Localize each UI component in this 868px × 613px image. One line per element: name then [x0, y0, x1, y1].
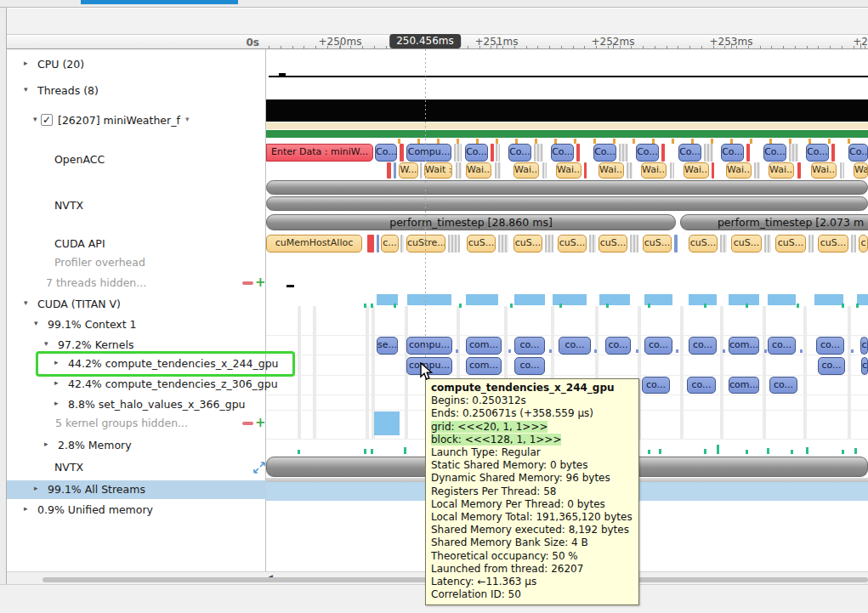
kernel-block[interactable]: co...: [644, 337, 672, 355]
sidebar-row[interactable]: ▾99.1% Context 1: [7, 315, 266, 334]
api-block[interactable]: cuStre...: [406, 235, 445, 253]
chevron-collapsed-icon[interactable]: ▸: [44, 440, 48, 448]
kernel-block[interactable]: co...: [768, 337, 796, 355]
api-block[interactable]: cuMemHostAlloc: [266, 235, 362, 253]
kernel-block[interactable]: Co...: [375, 144, 397, 162]
api-block[interactable]: cuS...: [558, 235, 587, 253]
chevron-expanded-icon[interactable]: ▾: [24, 85, 28, 94]
sidebar-row[interactable]: NVTX: [7, 458, 266, 477]
chevron-collapsed-icon[interactable]: ▸: [34, 484, 38, 492]
kernel-block[interactable]: co...: [514, 357, 545, 375]
kernel-block[interactable]: com...: [466, 337, 502, 355]
range-block[interactable]: Enter Data : miniW...: [266, 144, 373, 162]
expand-group-icon[interactable]: +: [255, 417, 266, 429]
nvtx-range-bar[interactable]: perform_timestep [2.073 m: [680, 214, 868, 230]
kernel-block[interactable]: co...: [687, 377, 716, 394]
chevron-expanded-icon[interactable]: ▾: [44, 339, 48, 348]
kernel-block[interactable]: co...: [689, 337, 717, 355]
kernel-block[interactable]: co...: [769, 377, 797, 394]
kernel-block[interactable]: co...: [816, 337, 844, 355]
kernel-block[interactable]: co...: [514, 337, 545, 355]
sidebar-row[interactable]: ▸42.4% compute_tendencies_z_306_gpu: [7, 375, 266, 394]
memory-transfer-block[interactable]: [374, 412, 400, 435]
api-block[interactable]: Wai...: [684, 162, 709, 179]
nvtx-range-bar[interactable]: [266, 196, 868, 211]
collapse-group-icon[interactable]: [242, 422, 253, 425]
api-block[interactable]: cuS...: [467, 235, 496, 253]
sidebar-row[interactable]: 7 threads hidden...+: [7, 274, 266, 292]
chevron-collapsed-icon[interactable]: ▸: [24, 59, 28, 67]
sidebar-row[interactable]: CUDA API: [7, 235, 266, 253]
api-block[interactable]: Wai...: [769, 162, 794, 179]
api-block[interactable]: c: [859, 235, 868, 253]
kernel-block[interactable]: com...: [729, 377, 759, 394]
sidebar-row[interactable]: ▾CUDA (TITAN V): [7, 295, 266, 314]
kernel-block[interactable]: co...: [642, 377, 670, 394]
api-block[interactable]: Wait : ...: [424, 162, 452, 179]
sidebar-row[interactable]: OpenACC: [7, 150, 266, 169]
kernel-block[interactable]: Co...: [593, 144, 616, 162]
kernel-block[interactable]: Co...: [636, 144, 659, 162]
chevron-collapsed-icon[interactable]: ▸: [54, 378, 59, 387]
kernel-block[interactable]: se...: [377, 337, 398, 355]
api-block[interactable]: Wai...: [513, 162, 539, 179]
chevron-expanded-icon[interactable]: ▾: [34, 319, 38, 327]
api-block[interactable]: Wai...: [811, 162, 837, 179]
api-block[interactable]: cuS...: [513, 235, 542, 253]
kernel-block[interactable]: com...: [729, 337, 759, 355]
chevron-expanded-icon[interactable]: ▾: [24, 298, 28, 307]
api-block[interactable]: Wai...: [556, 162, 582, 179]
kernel-block[interactable]: Compu...: [406, 144, 451, 162]
kernel-block[interactable]: Co...: [806, 144, 829, 162]
sidebar-row[interactable]: ▸8.8% set_halo_values_x_366_gpu: [7, 395, 266, 414]
chevron-expanded-icon[interactable]: ▾: [33, 115, 37, 123]
sidebar-row[interactable]: ▸99.1% All Streams: [7, 480, 266, 499]
collapse-group-icon[interactable]: [242, 281, 253, 285]
sidebar-row[interactable]: ▾Threads (8): [7, 82, 266, 100]
sidebar-row[interactable]: ▾✓[26207] miniWeather_f▾: [7, 111, 266, 130]
expand-row-icon[interactable]: [253, 462, 265, 474]
api-block[interactable]: Wa: [854, 162, 868, 179]
kernel-block[interactable]: c: [860, 337, 868, 355]
thread-checkbox[interactable]: ✓: [41, 114, 53, 126]
api-block[interactable]: cuS...: [689, 235, 718, 253]
sidebar-row[interactable]: ▸CPU (20): [7, 55, 266, 74]
api-block[interactable]: Wai...: [726, 162, 752, 179]
kernel-block[interactable]: Co...: [465, 144, 488, 162]
api-block[interactable]: cuS...: [643, 235, 672, 253]
time-ruler[interactable]: 0s +250ms+251ms+252ms+253ms+2 250.456ms: [7, 34, 868, 49]
nvtx-range-bar[interactable]: [266, 180, 868, 195]
api-block[interactable]: cuS...: [775, 235, 806, 253]
sidebar-row[interactable]: ▸0.9% Unified memory: [7, 501, 266, 519]
api-block[interactable]: Wai...: [466, 162, 491, 179]
api-block[interactable]: Wai...: [599, 162, 624, 179]
api-block[interactable]: Wai...: [641, 162, 667, 179]
kernel-block[interactable]: co...: [605, 337, 631, 355]
expand-group-icon[interactable]: +: [255, 277, 266, 288]
kernel-block[interactable]: Co...: [848, 144, 868, 162]
kernel-block[interactable]: c: [861, 357, 868, 375]
kernel-block[interactable]: co...: [559, 337, 591, 355]
sidebar-row[interactable]: NVTX: [7, 196, 266, 215]
sidebar-row[interactable]: Profiler overhead: [7, 253, 266, 272]
sidebar-row[interactable]: 5 kernel groups hidden...+: [7, 414, 266, 433]
kernel-block[interactable]: Co...: [763, 144, 786, 162]
chevron-collapsed-icon[interactable]: ▸: [54, 399, 59, 407]
chevron-down-icon[interactable]: ▾: [185, 115, 190, 123]
api-block[interactable]: cuS...: [599, 235, 627, 253]
sidebar-row[interactable]: ▸2.8% Memory: [7, 436, 266, 455]
kernel-block[interactable]: Co...: [508, 144, 531, 162]
kernel-block[interactable]: Co...: [678, 144, 701, 162]
api-block[interactable]: cuS...: [818, 235, 848, 253]
tab-strip[interactable]: [0, 0, 868, 8]
kernel-block[interactable]: compu...: [406, 337, 452, 355]
kernel-block[interactable]: Co...: [721, 144, 744, 162]
nvtx-range-bar[interactable]: perform_timestep [28.860 ms]: [266, 214, 676, 230]
api-block[interactable]: c...: [381, 235, 399, 253]
api-block[interactable]: W...: [399, 162, 418, 179]
kernel-block[interactable]: Co...: [551, 144, 574, 162]
chevron-collapsed-icon[interactable]: ▸: [24, 504, 28, 513]
api-block[interactable]: cuS...: [731, 235, 762, 253]
kernel-block[interactable]: co...: [818, 357, 845, 375]
kernel-block[interactable]: com...: [466, 357, 502, 375]
